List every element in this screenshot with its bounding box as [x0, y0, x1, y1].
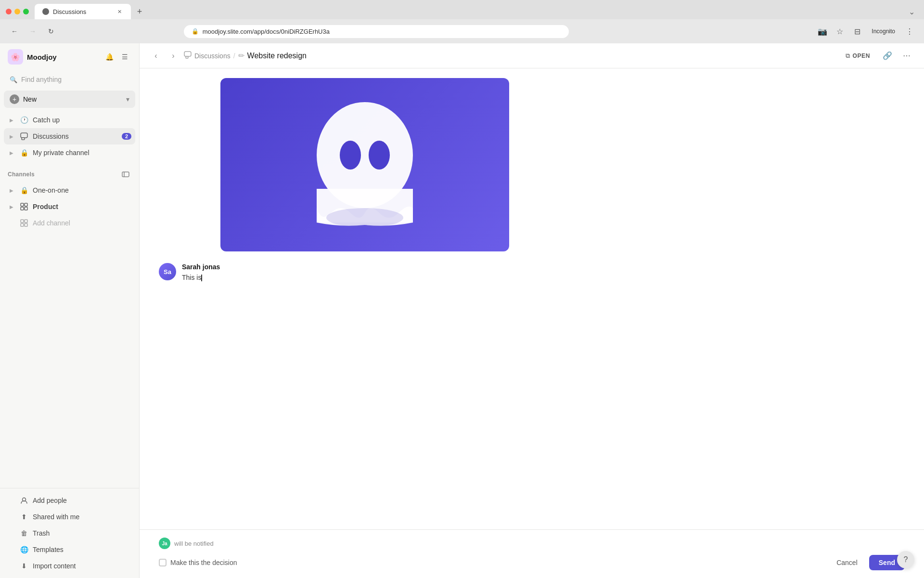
link-button[interactable]: 🔗: [880, 48, 895, 64]
close-window-btn[interactable]: [6, 9, 12, 14]
toggle-sidebar-btn[interactable]: ☰: [118, 50, 131, 64]
reload-btn[interactable]: ↻: [44, 25, 58, 38]
search-btn[interactable]: 🔍 Find anything: [4, 72, 135, 87]
svg-rect-7: [25, 207, 27, 210]
breadcrumb-parent[interactable]: Discussions: [184, 51, 231, 60]
help-button[interactable]: ?: [897, 551, 914, 568]
breadcrumb: Discussions / ✏ Website redesign: [184, 51, 836, 60]
add-people-icon: [19, 496, 29, 505]
workspace-name: Moodjoy: [27, 53, 99, 61]
message-content: This is: [182, 274, 201, 281]
new-button[interactable]: + New ▾: [4, 91, 135, 108]
more-options-btn[interactable]: ⋯: [899, 48, 914, 64]
expand-icon: ▶: [8, 186, 15, 194]
notified-avatar: Ja: [159, 538, 170, 549]
trash-label: Trash: [33, 529, 131, 537]
sidebar: 🌸 Moodjoy 🔔 ☰ 🔍 Find anything + New ▾ ▶ …: [0, 43, 140, 578]
more-browser-btn[interactable]: ⋮: [903, 25, 916, 38]
incognito-label: Incognito: [872, 28, 895, 35]
spacer: [8, 529, 15, 537]
notified-text: will be notified: [174, 540, 214, 547]
tab-close-btn[interactable]: ✕: [116, 8, 123, 15]
back-btn[interactable]: ←: [8, 25, 21, 38]
one-on-one-icon: 🔒: [19, 185, 29, 195]
notified-row: Ja will be notified: [159, 538, 905, 549]
sidebar-item-shared-with-me[interactable]: ⬆ Shared with me: [4, 509, 135, 525]
svg-rect-9: [25, 220, 27, 223]
my-private-channel-label: My private channel: [33, 149, 131, 157]
discussions-badge: 2: [122, 133, 131, 140]
text-cursor: [201, 275, 202, 281]
spacer: [8, 546, 15, 553]
open-button[interactable]: ⧉ OPEN: [840, 49, 876, 63]
image-container: Sa: [140, 78, 924, 259]
channels-section-header: Channels: [4, 161, 135, 182]
catch-up-label: Catch up: [33, 116, 131, 124]
browser-actions: 📷 ☆ ⊟ Incognito ⋮: [816, 25, 916, 38]
new-plus-icon: +: [10, 94, 19, 104]
product-label: Product: [33, 203, 131, 210]
app: 🌸 Moodjoy 🔔 ☰ 🔍 Find anything + New ▾ ▶ …: [0, 43, 924, 578]
sidebar-item-one-on-one[interactable]: ▶ 🔒 One-on-one: [4, 182, 135, 198]
new-tab-btn[interactable]: +: [133, 5, 146, 18]
notifications-btn[interactable]: 🔔: [103, 50, 116, 64]
forward-nav-btn[interactable]: ›: [167, 49, 180, 63]
sidebar-item-product[interactable]: ▶ Product: [4, 198, 135, 215]
svg-rect-6: [21, 207, 24, 210]
sidebar-item-add-channel[interactable]: Add channel: [4, 215, 135, 231]
import-label: Import content: [33, 562, 131, 570]
sidebar-item-templates[interactable]: 🌐 Templates: [4, 541, 135, 558]
sidebar-item-import-content[interactable]: ⬇ Import content: [4, 558, 135, 574]
channels-action-btn[interactable]: [120, 169, 131, 180]
message-text: This is: [182, 273, 905, 283]
breadcrumb-current: ✏ Website redesign: [238, 51, 307, 60]
split-view-icon[interactable]: ⊟: [850, 25, 864, 38]
svg-rect-10: [21, 223, 24, 226]
sidebar-item-trash[interactable]: 🗑 Trash: [4, 525, 135, 541]
shared-with-me-label: Shared with me: [33, 513, 131, 521]
lock-icon: 🔒: [19, 148, 29, 158]
svg-point-17: [340, 141, 361, 170]
svg-rect-8: [21, 220, 24, 223]
breadcrumb-current-icon: ✏: [238, 51, 244, 60]
maximize-window-btn[interactable]: [23, 9, 29, 14]
cancel-button[interactable]: Cancel: [829, 555, 865, 570]
expand-icon: ▶: [8, 132, 15, 140]
camera-icon[interactable]: 📷: [816, 25, 829, 38]
profile-icon[interactable]: Incognito: [868, 25, 899, 38]
open-icon: ⧉: [846, 52, 850, 60]
svg-rect-11: [25, 223, 27, 226]
sidebar-item-add-people[interactable]: Add people: [4, 492, 135, 509]
message-group: Sa Sarah jonas This is: [140, 259, 924, 287]
expand-icon: ▶: [8, 149, 15, 157]
back-nav-btn[interactable]: ‹: [149, 49, 163, 63]
svg-rect-13: [184, 52, 191, 56]
breadcrumb-parent-icon: [184, 51, 192, 60]
decision-checkbox[interactable]: [159, 559, 167, 566]
thread-content: Sa: [140, 68, 924, 529]
active-tab[interactable]: Discussions ✕: [35, 4, 131, 19]
content-header: ‹ › Discussions / ✏ Website redesign: [140, 43, 924, 68]
bookmark-icon[interactable]: ☆: [833, 25, 847, 38]
minimize-window-btn[interactable]: [14, 9, 20, 14]
address-bar: ← → ↻ 🔒 moodjoy.slite.com/app/docs/0niDi…: [0, 19, 924, 43]
breadcrumb-current-label: Website redesign: [247, 52, 307, 60]
spacer: [8, 497, 15, 504]
new-label: New: [23, 95, 37, 103]
sidebar-item-catch-up[interactable]: ▶ 🕐 Catch up: [4, 112, 135, 128]
svg-rect-2: [122, 172, 129, 177]
forward-btn[interactable]: →: [26, 25, 39, 38]
discussions-icon: [19, 131, 29, 141]
trash-icon: 🗑: [19, 528, 29, 538]
svg-rect-0: [21, 133, 27, 138]
sidebar-item-my-private-channel[interactable]: ▶ 🔒 My private channel: [4, 144, 135, 161]
open-label: OPEN: [853, 53, 870, 59]
svg-point-18: [369, 141, 390, 170]
content-area: ‹ › Discussions / ✏ Website redesign: [140, 43, 924, 578]
sidebar-item-discussions[interactable]: ▶ Discussions 2: [4, 128, 135, 144]
breadcrumb-parent-label: Discussions: [194, 52, 231, 60]
tab-bar: Discussions ✕ + ⌄: [0, 0, 924, 19]
templates-icon: 🌐: [19, 545, 29, 554]
tab-overflow-btn[interactable]: ⌄: [905, 5, 918, 18]
url-bar[interactable]: 🔒 moodjoy.slite.com/app/docs/0niDiRZGErh…: [184, 25, 569, 38]
